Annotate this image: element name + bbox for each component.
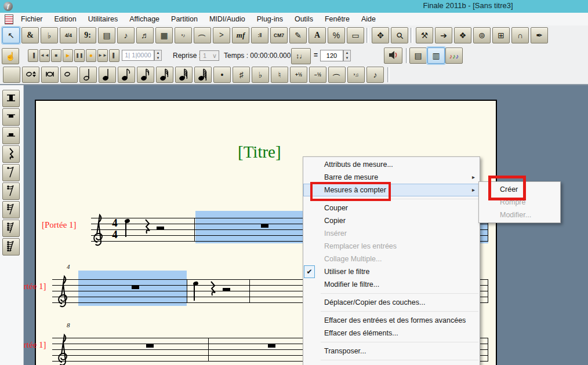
sharp[interactable]: ♯ bbox=[233, 67, 250, 83]
special-tools-tool[interactable]: ⚒ bbox=[416, 27, 433, 43]
ossia-tool[interactable]: ⊞ bbox=[492, 27, 510, 43]
tempo-field[interactable]: 120 bbox=[320, 50, 343, 61]
document-icon[interactable] bbox=[5, 14, 13, 24]
menubar-item-fichier[interactable]: Fichier bbox=[15, 13, 49, 25]
text-tool[interactable]: A bbox=[308, 27, 326, 43]
menubar-item-fen-tre[interactable]: Fenêtre bbox=[319, 13, 355, 25]
repeat-tool[interactable]: :‖ bbox=[251, 27, 268, 43]
context-menu-item-utiliser-le-filtre[interactable]: Utiliser le filtre✔ bbox=[303, 265, 480, 278]
checkmark-icon: ✔ bbox=[304, 265, 315, 278]
whole-note[interactable] bbox=[60, 67, 78, 83]
context-menu-item-transposer[interactable]: Transposer... bbox=[303, 345, 480, 357]
natural[interactable]: ♮ bbox=[271, 67, 288, 83]
quarter-rest[interactable] bbox=[2, 145, 20, 163]
duration-selector[interactable] bbox=[22, 67, 39, 83]
whole-rest[interactable] bbox=[2, 108, 20, 126]
thirty-second-note[interactable] bbox=[156, 67, 173, 83]
measure-tool-icon: ▤ bbox=[103, 31, 110, 39]
smart-shape-tool[interactable]: ( bbox=[194, 27, 211, 43]
speedy-entry-tool[interactable]: ♬ bbox=[136, 27, 154, 43]
speaker-button[interactable] bbox=[384, 48, 402, 64]
sixteenth-note[interactable] bbox=[137, 67, 154, 83]
thirty-second-rest[interactable] bbox=[2, 201, 20, 218]
hundred-twenty-eighth-rest[interactable] bbox=[2, 238, 20, 256]
menubar-item-utilitaires[interactable]: Utilitaires bbox=[82, 13, 124, 25]
context-menu-item-effacer-des-éléments[interactable]: Effacer des éléments... bbox=[303, 327, 480, 340]
note-mover-tool[interactable]: ➔ bbox=[435, 27, 452, 43]
stop-button[interactable]: ■ bbox=[51, 49, 61, 62]
breve-note[interactable] bbox=[41, 67, 59, 83]
playback-end-marker-button[interactable]: ▌ bbox=[109, 49, 119, 62]
hyperscribe-tool[interactable]: ▦ bbox=[155, 27, 173, 43]
scroll-view-button[interactable]: ▤ bbox=[409, 48, 427, 64]
mirror-tool[interactable]: ∩ bbox=[511, 27, 529, 43]
context-menu-item-ajouter-des-mesures[interactable]: Ajouter des mesures... bbox=[303, 363, 480, 365]
half-note[interactable] bbox=[79, 67, 97, 83]
title-bar: f Finale 2011b - [Sans titre3] bbox=[0, 0, 588, 13]
menubar-item-plug-ins[interactable]: Plug-ins bbox=[251, 13, 289, 25]
chord-tool[interactable]: CM7 bbox=[270, 27, 288, 43]
context-menu-item-déplacer-copier-des-couches[interactable]: Déplacer/Copier des couches... bbox=[303, 296, 480, 309]
tempo-unit-button[interactable]: ↕♩ bbox=[291, 48, 311, 64]
raise-half-step[interactable]: +½ bbox=[290, 67, 307, 83]
context-menu-item-couper[interactable]: Couper bbox=[303, 202, 480, 214]
sixty-fourth-note[interactable] bbox=[175, 67, 193, 83]
midi-tool[interactable]: ⊚ bbox=[473, 27, 491, 43]
page-layout-tool[interactable]: ▭ bbox=[347, 27, 364, 43]
play-button[interactable]: ► bbox=[63, 49, 73, 62]
playback-settings-button[interactable]: ☝ bbox=[2, 48, 19, 64]
counter-spinner[interactable]: ▲▼ bbox=[154, 50, 162, 61]
time-signature-tool[interactable]: 4/4 bbox=[60, 27, 77, 43]
tuplet-tool[interactable]: ³♪ bbox=[175, 27, 192, 43]
double-whole-rest[interactable] bbox=[2, 90, 20, 107]
selection-tool[interactable]: ↖ bbox=[2, 27, 20, 43]
hundred-twenty-eighth-note[interactable] bbox=[194, 67, 212, 83]
page-view-button[interactable]: ▥ bbox=[427, 48, 445, 64]
staff-tool[interactable]: & bbox=[21, 27, 39, 43]
sixty-fourth-rest[interactable] bbox=[2, 220, 20, 237]
half-rest[interactable] bbox=[2, 127, 20, 144]
menubar-item-partition[interactable]: Partition bbox=[165, 13, 204, 25]
studio-view-button[interactable]: ♪♪♪ bbox=[445, 48, 463, 64]
fast-forward-button[interactable]: ►► bbox=[97, 49, 108, 62]
playback-start-marker-button[interactable]: ▐ bbox=[28, 49, 38, 62]
tuning-tool[interactable]: ✒ bbox=[531, 27, 548, 43]
key-signature-tool[interactable]: ♭ bbox=[41, 27, 58, 43]
menubar-item-affichage[interactable]: Affichage bbox=[124, 13, 165, 25]
grace-note[interactable]: ♪ bbox=[366, 67, 384, 83]
eighth-rest[interactable] bbox=[2, 164, 20, 181]
clef-tool[interactable]: 9: bbox=[79, 27, 96, 43]
menubar-item-aide[interactable]: Aide bbox=[355, 13, 382, 25]
pause-button[interactable]: ❚❚ bbox=[74, 49, 85, 62]
tuplet-definition[interactable]: ³♫ bbox=[347, 67, 365, 83]
rewind-button[interactable]: ◄◄ bbox=[39, 49, 50, 62]
record-button[interactable]: ● bbox=[86, 49, 96, 62]
measure-tool[interactable]: ▤ bbox=[98, 27, 115, 43]
lower-half-step[interactable]: −½ bbox=[309, 67, 326, 83]
articulation-tool[interactable]: > bbox=[213, 27, 230, 43]
context-menu-item-copier[interactable]: Copier bbox=[303, 214, 480, 227]
flat[interactable]: ♭ bbox=[252, 67, 269, 83]
expression-tool[interactable]: mf bbox=[232, 27, 249, 43]
tie[interactable]: ( bbox=[328, 67, 346, 83]
context-menu-item-attributs-de-mesure[interactable]: Attributs de mesure... bbox=[303, 158, 480, 171]
resize-tool[interactable]: % bbox=[328, 27, 345, 43]
tempo-spinner[interactable]: ▲▼ bbox=[343, 50, 351, 61]
context-menu-item-modifier-le-filtre[interactable]: Modifier le filtre... bbox=[303, 278, 480, 291]
sixteenth-rest[interactable] bbox=[2, 183, 20, 200]
reprise-dropdown[interactable]: 1 ∨ bbox=[199, 50, 219, 61]
context-menu-item-effacer-des-entrées-et-des-formes-avancées[interactable]: Effacer des entrées et des formes avancé… bbox=[303, 314, 480, 327]
zoom-tool[interactable]: ⚲ bbox=[391, 27, 408, 43]
playback-counter-field[interactable]: 1| 1|0000 bbox=[122, 50, 154, 61]
menubar-item-outils[interactable]: Outils bbox=[289, 13, 319, 25]
grabber-tool[interactable]: ✥ bbox=[372, 27, 389, 43]
graphics-tool[interactable]: ❖ bbox=[454, 27, 471, 43]
menubar-item-edition[interactable]: Edition bbox=[49, 13, 82, 25]
menubar-item-midi-audio[interactable]: MIDI/Audio bbox=[204, 13, 251, 25]
lyrics-tool[interactable]: ✎ bbox=[289, 27, 307, 43]
eighth-note[interactable] bbox=[118, 67, 135, 83]
augmentation-dot[interactable]: • bbox=[213, 67, 231, 83]
quarter-note[interactable] bbox=[99, 67, 116, 83]
eraser-tool[interactable] bbox=[3, 67, 20, 83]
simple-entry-tool[interactable]: ♪ bbox=[117, 27, 135, 43]
